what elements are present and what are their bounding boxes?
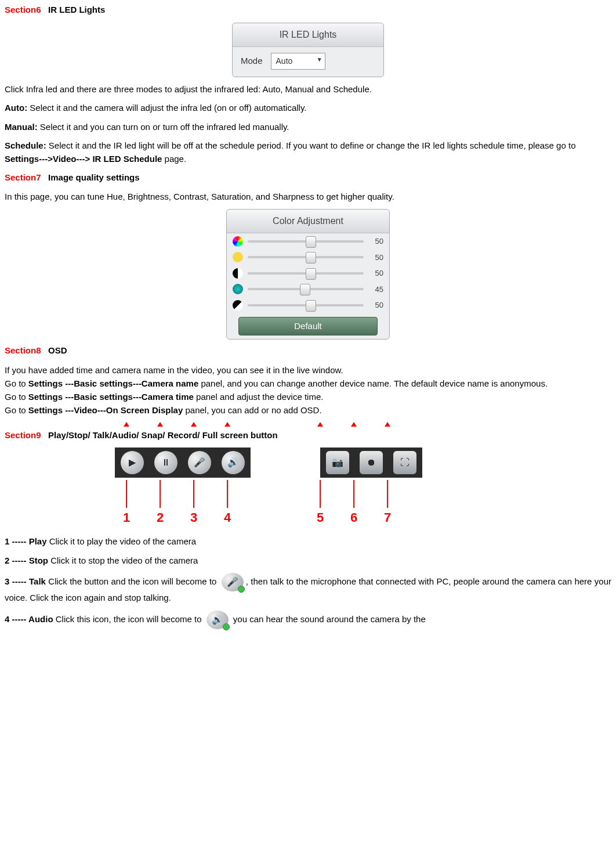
ir-led-panel-wrap: IR LED Lights Mode Auto (5, 23, 611, 77)
callout-number: 1 (115, 508, 138, 527)
hue-slider[interactable] (248, 240, 364, 243)
slider-brightness: 50 (227, 250, 389, 266)
stop-icon[interactable] (154, 451, 177, 474)
callout-arrow (376, 480, 399, 508)
hue-icon (233, 236, 243, 247)
contrast-icon (233, 268, 243, 279)
callout-arrow (115, 480, 138, 508)
s6-schedule: Schedule: Select it and the IR led light… (5, 139, 611, 165)
arrow-rows (115, 478, 611, 508)
section8-heading: Section8 OSD (5, 344, 611, 358)
section7-heading: Section7 Image quality settings (5, 171, 611, 185)
audio-active-icon (206, 611, 229, 629)
s6-manual: Manual: Select it and you can turn on or… (5, 121, 611, 134)
sharpness-slider[interactable] (248, 304, 364, 306)
section9-heading: Section9 Play/Stop/ Talk/Audio/ Snap/ Re… (5, 429, 611, 442)
contrast-value: 50 (368, 268, 383, 279)
record-icon[interactable] (360, 451, 383, 474)
callout-arrow (309, 480, 332, 508)
callout-arrow (216, 480, 239, 508)
callout-number: 6 (342, 508, 365, 527)
ir-led-panel: IR LED Lights Mode Auto (232, 23, 384, 77)
callout-number: 4 (216, 508, 239, 527)
s7-intro: In this page, you can tune Hue, Brightne… (5, 190, 611, 204)
s9-item2: 2 ----- Stop Click it to stop the video … (5, 554, 611, 568)
play-icon[interactable] (121, 451, 144, 474)
slider-saturation: 45 (227, 282, 389, 298)
s9-item1: 1 ----- Play Click it to play the video … (5, 535, 611, 549)
brightness-slider[interactable] (248, 256, 364, 258)
callout-number: 5 (309, 508, 332, 527)
s9-item3: 3 ----- Talk Click the button and the ic… (5, 573, 611, 605)
strip-right (320, 448, 422, 478)
ir-led-panel-title: IR LED Lights (233, 23, 383, 47)
s9-item4: 4 ----- Audio Click this icon, the icon … (5, 611, 611, 629)
slider-hue: 50 (227, 233, 389, 250)
color-adj-panel: Color Adjustment 5050504550 Default (226, 209, 390, 340)
s8-body: If you have added time and camera name i… (5, 363, 611, 417)
strip-left (115, 448, 251, 478)
contrast-slider[interactable] (248, 272, 364, 275)
callout-arrow (182, 480, 205, 508)
fullscreen-icon[interactable] (393, 451, 416, 474)
section6-heading: Section6 IR LED Lights (5, 3, 611, 17)
callout-number: 7 (376, 508, 399, 527)
hue-value: 50 (368, 236, 383, 247)
color-adj-panel-wrap: Color Adjustment 5050504550 Default (5, 209, 611, 340)
snap-icon[interactable] (326, 451, 349, 474)
talk-active-icon (222, 573, 244, 591)
default-button[interactable]: Default (238, 317, 378, 336)
color-adj-title: Color Adjustment (227, 210, 389, 233)
saturation-icon (233, 284, 243, 294)
callout-arrow (148, 480, 172, 508)
slider-sharpness: 50 (227, 297, 389, 313)
audio-icon[interactable] (222, 451, 245, 474)
s6-auto: Auto: Select it and the camera will adju… (5, 102, 611, 115)
brightness-value: 50 (368, 252, 383, 264)
callout-arrow (342, 480, 365, 508)
sharpness-value: 50 (368, 299, 383, 311)
talk-icon[interactable] (188, 451, 211, 474)
mode-dropdown[interactable]: Auto (271, 53, 325, 70)
number-rows: 1234 567 (115, 508, 611, 527)
sharpness-icon (233, 300, 243, 311)
callout-number: 3 (182, 508, 205, 527)
saturation-slider[interactable] (248, 288, 364, 290)
saturation-value: 45 (368, 284, 383, 295)
brightness-icon (233, 252, 243, 262)
button-strips (115, 448, 611, 478)
slider-contrast: 50 (227, 265, 389, 282)
mode-row: Mode Auto (233, 47, 383, 70)
callout-number: 2 (148, 508, 172, 527)
mode-label: Mode (241, 55, 263, 68)
s6-line-modes: Click Infra led and there are three mode… (5, 83, 611, 96)
